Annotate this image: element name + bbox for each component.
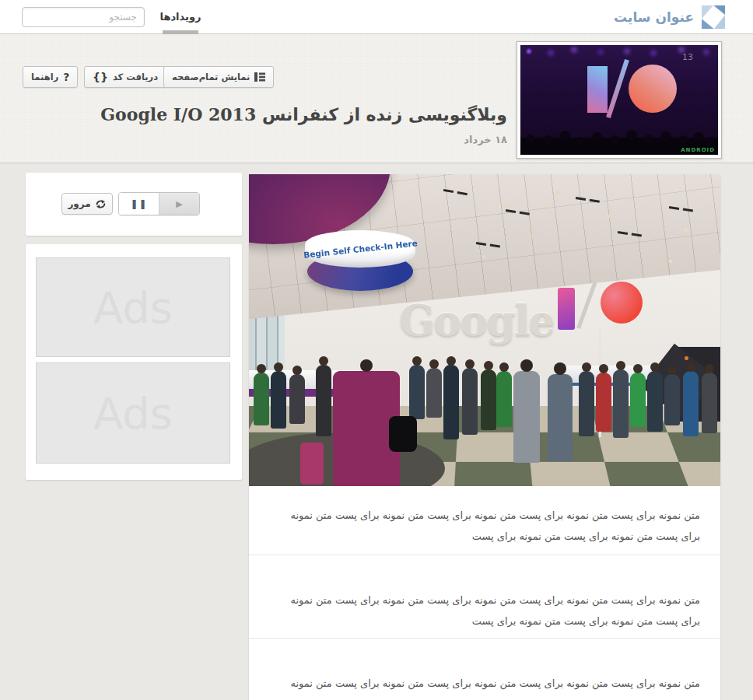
liveblog-post: متن نمونه برای پست متن نمونه برای پست مت… <box>249 638 720 700</box>
event-header: ? راهنما دریافت کد {} نمایش تمام‌صفحه وب… <box>0 34 753 163</box>
cylinder-banner-band: Begin Self Check-In Here <box>305 230 415 268</box>
man-gray-shirt <box>548 374 573 461</box>
io-logo-i-bar <box>587 66 608 113</box>
person-silhouette <box>481 369 496 430</box>
person-silhouette <box>664 374 680 425</box>
help-button[interactable]: ? راهنما <box>23 66 78 88</box>
fullscreen-layout-icon <box>254 72 265 82</box>
person-silhouette <box>596 373 611 432</box>
audience-heads <box>527 135 534 142</box>
person-silhouette <box>647 371 663 432</box>
person-silhouette <box>683 371 699 436</box>
io-logo-slash <box>606 59 629 118</box>
person-silhouette <box>443 365 459 439</box>
play-button[interactable]: ▶ <box>159 193 199 215</box>
person-silhouette <box>630 373 646 427</box>
ads-card: Ads Ads <box>26 244 242 480</box>
tab-events[interactable]: رویدادها <box>158 0 203 34</box>
person-silhouette <box>426 368 442 418</box>
io-year-badge: 13 <box>682 52 693 62</box>
ad-placeholder-1[interactable]: Ads <box>36 257 230 357</box>
ad-placeholder-2[interactable]: Ads <box>36 362 230 464</box>
browse-refresh-label: مرور <box>68 198 90 209</box>
person-silhouette <box>579 371 594 436</box>
post-text: متن نمونه برای پست متن نمونه برای پست مت… <box>290 509 700 542</box>
io-stage-photo: 13 ANDROID <box>520 45 718 155</box>
search-input[interactable] <box>22 7 145 27</box>
code-braces-icon: {} <box>93 71 108 83</box>
fullscreen-button-label: نمایش تمام‌صفحه <box>172 72 250 82</box>
checkin-cylinder-banner: Begin Self Check-In Here <box>305 230 415 296</box>
person-silhouette <box>409 365 425 419</box>
stage-lights <box>527 49 531 54</box>
person-silhouette <box>289 374 305 424</box>
android-watermark: ANDROID <box>681 147 715 153</box>
get-code-button[interactable]: دریافت کد {} <box>84 66 166 88</box>
liveblog-panel: Google <box>249 174 720 700</box>
pause-button[interactable]: ❚❚ <box>119 193 159 215</box>
liveblog-post: متن نمونه برای پست متن نمونه برای پست مت… <box>249 486 720 555</box>
event-date: ۱۸ خرداد <box>464 134 507 145</box>
post-text: متن نمونه برای پست متن نمونه برای پست مت… <box>290 594 700 627</box>
io-logo-circle <box>629 65 677 113</box>
refresh-icon <box>95 199 107 209</box>
person-silhouette <box>613 369 629 438</box>
black-shoulder-bag <box>389 416 417 452</box>
person-silhouette <box>316 365 331 436</box>
person-silhouette <box>462 368 478 435</box>
man-gray-hoodie <box>513 371 540 463</box>
person-silhouette <box>271 371 286 429</box>
person-silhouette <box>496 371 512 427</box>
person-silhouette <box>254 373 269 425</box>
site-title: عنوان سایت <box>614 0 694 34</box>
post-photo-checkin-hall: Google <box>249 174 720 486</box>
pink-suitcase <box>300 443 324 485</box>
top-bar: عنوان سایت رویدادها <box>0 0 753 34</box>
site-logo-icon <box>702 5 725 29</box>
playback-controls-card: مرور ❚❚ ▶ <box>26 173 242 236</box>
person-silhouette <box>702 373 717 433</box>
event-title: وبلاگنویسی زنده از کنفرانس Google I/O 20… <box>100 104 507 124</box>
question-mark-icon: ? <box>63 71 69 83</box>
help-button-label: راهنما <box>31 72 58 82</box>
checkin-banner-text: Begin Self Check-In Here <box>303 238 417 259</box>
browse-refresh-button[interactable]: مرور <box>61 193 113 215</box>
liveblog-post: متن نمونه برای پست متن نمونه برای پست مت… <box>249 555 720 638</box>
play-pause-segmented-control: ❚❚ ▶ <box>118 192 200 215</box>
event-cover-image: 13 ANDROID <box>517 41 722 159</box>
tab-active-indicator <box>163 30 198 34</box>
post-text: متن نمونه برای پست متن نمونه برای پست مت… <box>290 677 700 700</box>
get-code-button-label: دریافت کد <box>113 72 158 82</box>
fullscreen-button[interactable]: نمایش تمام‌صفحه <box>163 66 274 88</box>
